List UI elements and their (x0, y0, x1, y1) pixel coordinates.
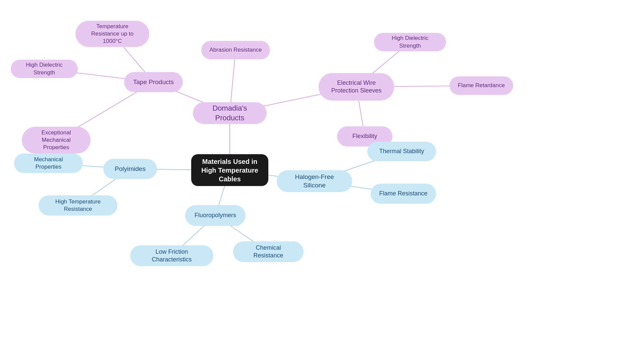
high-dielectric-tape-label: High Dielectric Strength (18, 61, 70, 76)
fluoropolymers-node: Fluoropolymers (185, 205, 246, 226)
high-dielectric-wire-node: High Dielectric Strength (374, 33, 446, 51)
fluoropolymers-label: Fluoropolymers (195, 211, 236, 219)
halogen-silicone-label: Halogen-Free Silicone (284, 173, 345, 189)
chemical-resistance-label: Chemical Resistance (240, 244, 296, 260)
flame-retardance-node: Flame Retardance (449, 76, 513, 95)
high-dielectric-tape-node: High Dielectric Strength (11, 60, 78, 78)
abrasion-node: Abrasion Resistance (201, 41, 270, 59)
domadia-label: Domadia's Products (200, 104, 259, 123)
thermal-stability-label: Thermal Stability (379, 147, 424, 155)
abrasion-label: Abrasion Resistance (210, 46, 262, 54)
flame-resistance-label: Flame Resistance (379, 190, 427, 197)
polyimides-node: Polyimides (103, 159, 157, 179)
polyimides-label: Polyimides (115, 165, 146, 173)
low-friction-node: Low Friction Characteristics (130, 245, 213, 266)
exceptional-mech-label: Exceptional Mechanical Properties (29, 129, 83, 151)
halogen-silicone-node: Halogen-Free Silicone (277, 170, 352, 192)
thermal-stability-node: Thermal Stability (367, 142, 436, 161)
domadia-node: Domadia's Products (193, 102, 267, 124)
mech-props-label: Mechanical Properties (21, 156, 75, 171)
mech-props-node: Mechanical Properties (14, 154, 83, 173)
exceptional-mech-node: Exceptional Mechanical Properties (22, 127, 91, 154)
electrical-wire-node: Electrical Wire Protection Sleeves (319, 73, 394, 101)
center-label: Materials Used in High Temperature Cable… (201, 157, 258, 183)
high-temp-resistance-label: High Temperature Resistance (46, 198, 110, 213)
electrical-wire-label: Electrical Wire Protection Sleeves (326, 79, 387, 95)
low-friction-label: Low Friction Characteristics (138, 248, 206, 264)
temp-resistance-label: Temperature Resistance up to 1000°C (83, 23, 142, 45)
flame-retardance-label: Flame Retardance (458, 82, 505, 89)
chemical-resistance-node: Chemical Resistance (233, 241, 304, 262)
tape-products-node: Tape Products (124, 72, 183, 92)
high-dielectric-wire-label: High Dielectric Strength (381, 35, 439, 49)
flame-resistance-node: Flame Resistance (371, 184, 436, 204)
flexibility-label: Flexibility (352, 132, 377, 140)
temp-resistance-node: Temperature Resistance up to 1000°C (75, 21, 149, 47)
high-temp-resistance-node: High Temperature Resistance (39, 195, 117, 216)
center-node: Materials Used in High Temperature Cable… (191, 154, 268, 186)
tape-label: Tape Products (133, 78, 174, 86)
